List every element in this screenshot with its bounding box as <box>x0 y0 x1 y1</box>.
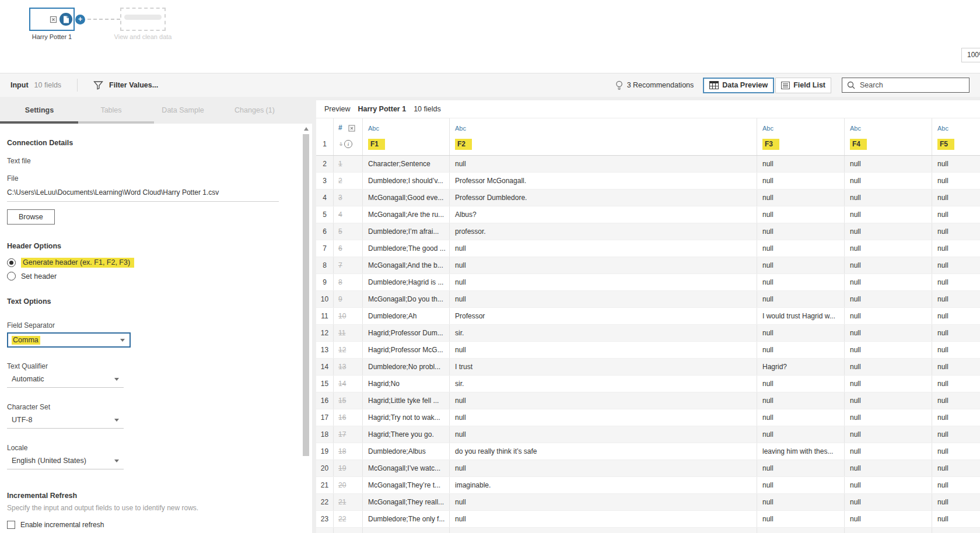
cell-f1[interactable]: Hagrid;Little tyke fell ... <box>363 392 450 409</box>
cell-f2[interactable]: null <box>450 257 757 273</box>
cell-f4[interactable]: null <box>845 156 932 172</box>
cell-f2[interactable]: Professor Dumbledore. <box>450 190 757 206</box>
field-separator-select[interactable]: Comma <box>7 332 131 348</box>
cell-f1[interactable]: Hagrid;No <box>363 376 450 392</box>
cell-f3[interactable]: null <box>757 274 845 290</box>
cell-f4[interactable]: null <box>845 257 932 273</box>
cell-f2[interactable]: do you really think it’s safe <box>450 443 757 460</box>
scrollbar-thumb[interactable] <box>303 134 309 456</box>
tab-tables[interactable]: Tables <box>75 97 147 124</box>
column-header-f4[interactable]: AbcF4 <box>845 118 932 155</box>
original-row-number[interactable]: 13 <box>334 359 363 375</box>
radio-generate-header[interactable]: Generate header (ex. F1, F2, F3) <box>7 256 304 269</box>
cell-f5[interactable]: null <box>932 477 980 493</box>
left-panel-scrollbar[interactable] <box>303 126 309 533</box>
cell-f5[interactable]: null <box>932 426 980 443</box>
cell-f3[interactable]: null <box>757 392 845 409</box>
cell-f4[interactable]: null <box>845 223 932 240</box>
cell-f2[interactable]: sir. <box>450 376 757 392</box>
cell-f3[interactable]: null <box>757 173 845 189</box>
cell-f1[interactable]: McGonagall;They’re t... <box>363 477 450 493</box>
cell-f3[interactable]: null <box>757 494 845 510</box>
zoom-level-indicator[interactable]: 100% <box>961 48 980 62</box>
original-row-number[interactable]: 7 <box>334 257 363 273</box>
field-name[interactable]: F2 <box>455 139 472 150</box>
locale-select[interactable]: English (United States) <box>7 455 124 469</box>
cell-f2[interactable]: null <box>450 426 757 443</box>
cell-f3[interactable]: null <box>757 325 845 341</box>
cell-f1[interactable]: Dumbledore;I’m afrai... <box>363 223 450 240</box>
cell-f3[interactable]: null <box>757 460 845 476</box>
cell-f5[interactable]: null <box>932 494 980 510</box>
cell-f5[interactable]: null <box>932 156 980 172</box>
cell-f5[interactable]: null <box>932 257 980 273</box>
column-header-f1[interactable]: AbcF1 <box>363 118 450 155</box>
cell-f1[interactable]: McGonagall;And the b... <box>363 257 450 273</box>
original-row-number[interactable]: 5 <box>334 223 363 240</box>
cell-f2[interactable]: Professor McGonagall. <box>450 173 757 189</box>
cell-f2[interactable]: null <box>450 392 757 409</box>
cell-f2[interactable]: null <box>450 240 757 257</box>
cell-f3[interactable]: null <box>757 511 845 527</box>
cell-f3[interactable]: null <box>757 240 845 257</box>
cell-f3[interactable]: null <box>757 156 845 172</box>
cell-f4[interactable]: null <box>845 426 932 443</box>
cell-f1[interactable]: Hagrid;There you go. <box>363 426 450 443</box>
cell-f5[interactable]: null <box>932 376 980 392</box>
cell-f3[interactable]: null <box>757 206 845 223</box>
cell-f5[interactable]: null <box>932 223 980 240</box>
cell-f3[interactable]: leaving him with thes... <box>757 443 845 460</box>
add-step-plus-icon[interactable]: + <box>75 15 85 24</box>
original-row-number[interactable]: 21 <box>334 494 363 510</box>
original-row-number[interactable]: 16 <box>334 409 363 426</box>
text-qualifier-select[interactable]: Automatic <box>7 374 124 388</box>
cell-f4[interactable]: null <box>845 240 932 257</box>
info-icon[interactable]: i <box>344 140 352 148</box>
cell-f5[interactable]: null <box>932 409 980 426</box>
cell-f2[interactable]: Professor <box>450 308 757 324</box>
cell-f2[interactable]: null <box>450 156 757 172</box>
cell-f4[interactable]: null <box>845 477 932 493</box>
cell-f1[interactable]: Hagrid;Professor McG... <box>363 342 450 358</box>
cell-f4[interactable]: null <box>845 342 932 358</box>
cell-f4[interactable]: null <box>845 511 932 527</box>
cell-f1[interactable]: Character;Sentence <box>363 156 450 172</box>
browse-button[interactable]: Browse <box>7 209 55 225</box>
flow-placeholder-node[interactable] <box>120 8 166 31</box>
original-row-number[interactable]: 3 <box>334 190 363 206</box>
cell-f4[interactable]: null <box>845 291 932 307</box>
cell-f4[interactable]: null <box>845 460 932 476</box>
recommendations-button[interactable]: 3 Recommendations <box>627 81 694 89</box>
cell-f4[interactable]: null <box>845 359 932 375</box>
cell-f1[interactable]: Dumbledore;I should’v... <box>363 173 450 189</box>
cell-f2[interactable]: null <box>450 511 757 527</box>
cell-f5[interactable]: null <box>932 291 980 307</box>
cell-f3[interactable]: null <box>757 223 845 240</box>
cell-f3[interactable]: null <box>757 190 845 206</box>
cell-f1[interactable]: Dumbledore;The good ... <box>363 240 450 257</box>
cell-f4[interactable]: null <box>845 494 932 510</box>
cell-f4[interactable]: null <box>845 173 932 189</box>
cell-f3[interactable]: I would trust Hagrid w... <box>757 308 845 324</box>
original-row-number[interactable]: 1 <box>334 156 363 172</box>
cell-f1[interactable]: Dumbledore;Hagrid is ... <box>363 274 450 290</box>
cell-f5[interactable]: null <box>932 359 980 375</box>
cell-f4[interactable]: null <box>845 528 932 533</box>
cell-f5[interactable]: null <box>932 274 980 290</box>
tab-data-sample[interactable]: Data Sample <box>147 97 219 124</box>
cell-f1[interactable]: Dumbledore;No probl... <box>363 359 450 375</box>
original-row-number[interactable]: 6 <box>334 240 363 257</box>
original-row-number[interactable]: 9 <box>334 291 363 307</box>
enable-incremental-row[interactable]: Enable incremental refresh <box>7 521 304 529</box>
cell-f2[interactable]: null <box>450 274 757 290</box>
cell-f1[interactable]: McGonagall;Good eve... <box>363 190 450 206</box>
cell-f3[interactable]: Hagrid? <box>757 359 845 375</box>
field-name[interactable]: F1 <box>368 139 385 150</box>
cell-f5[interactable]: null <box>932 342 980 358</box>
original-row-number[interactable]: 18 <box>334 443 363 460</box>
cell-f4[interactable]: null <box>845 376 932 392</box>
cell-f5[interactable]: null <box>932 190 980 206</box>
original-row-number[interactable]: 22 <box>334 511 363 527</box>
original-row-number[interactable]: 20 <box>334 477 363 493</box>
column-header-f2[interactable]: AbcF2 <box>450 118 757 155</box>
